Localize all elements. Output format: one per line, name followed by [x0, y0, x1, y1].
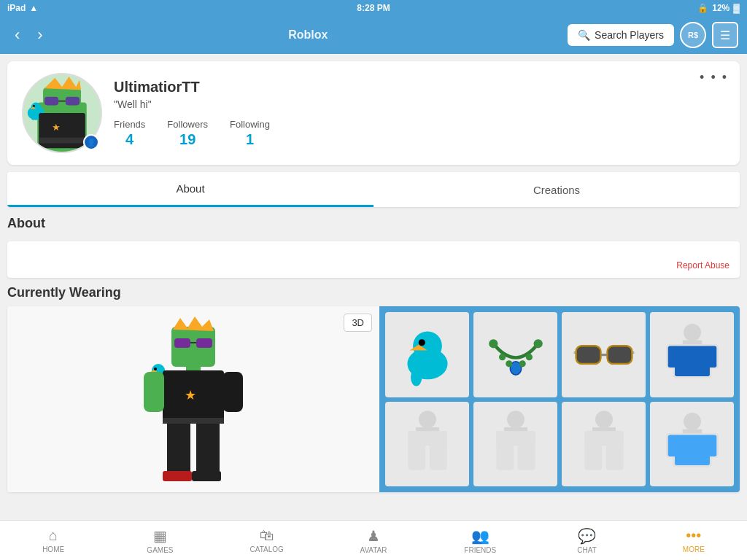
- item-pants-3[interactable]: [562, 402, 646, 487]
- nav-friends[interactable]: 👥 FRIENDS: [427, 521, 533, 560]
- search-icon: 🔍: [578, 29, 590, 41]
- more-icon: •••: [686, 527, 701, 544]
- svg-rect-28: [167, 420, 190, 475]
- svg-rect-17: [196, 338, 212, 348]
- wifi-icon: ▲: [29, 3, 38, 13]
- svg-point-45: [525, 354, 532, 360]
- svg-rect-13: [39, 138, 85, 144]
- friends-label: Friends: [114, 119, 145, 130]
- svg-rect-31: [192, 471, 221, 481]
- nav-catalog[interactable]: 🛍 CATALOG: [214, 521, 320, 560]
- svg-point-37: [411, 368, 422, 386]
- friends-stat: Friends 4: [114, 119, 145, 148]
- profile-bio: "Well hi": [114, 98, 725, 110]
- item-pants-1[interactable]: [385, 402, 469, 487]
- svg-rect-81: [675, 435, 710, 465]
- svg-rect-65: [408, 431, 446, 446]
- chat-label: CHAT: [577, 546, 596, 554]
- wearing-section: Currently Wearing 3D: [0, 278, 747, 497]
- profile-card: • • •: [7, 61, 740, 165]
- svg-point-36: [418, 339, 425, 346]
- avatar-label: AVATAR: [360, 546, 387, 554]
- forward-button[interactable]: ›: [31, 23, 48, 47]
- main-content: • • •: [0, 54, 747, 520]
- item-pants-2[interactable]: [473, 402, 557, 487]
- svg-rect-3: [44, 97, 58, 106]
- about-section: About: [0, 207, 747, 241]
- menu-button[interactable]: ☰: [712, 22, 738, 48]
- nav-more[interactable]: ••• MORE: [640, 521, 747, 560]
- home-label: HOME: [42, 545, 64, 553]
- svg-rect-82: [667, 435, 677, 456]
- svg-rect-29: [196, 420, 220, 475]
- svg-rect-26: [144, 372, 164, 412]
- avatar-3d-display: 3D: [7, 306, 379, 492]
- following-stat: Following 1: [230, 119, 270, 148]
- svg-rect-32: [163, 418, 224, 424]
- chat-icon: 💬: [578, 527, 596, 545]
- followers-value[interactable]: 19: [167, 131, 208, 148]
- svg-point-43: [506, 360, 512, 367]
- friends-icon: 👥: [471, 527, 489, 545]
- nav-games[interactable]: ▦ GAMES: [107, 521, 213, 560]
- item-necklace[interactable]: [473, 312, 557, 397]
- item-bird[interactable]: [385, 312, 469, 397]
- svg-rect-70: [496, 431, 535, 446]
- online-badge: 👤: [83, 134, 99, 150]
- nav-home[interactable]: ⌂ HOME: [0, 521, 107, 560]
- tab-about[interactable]: About: [7, 172, 374, 207]
- lock-icon: 🔒: [697, 3, 708, 13]
- item-sunglasses[interactable]: [562, 312, 646, 397]
- svg-point-10: [31, 113, 36, 120]
- svg-point-61: [419, 411, 436, 428]
- item-shirt-2[interactable]: [650, 402, 734, 487]
- avatar-container: ★ 👤: [22, 73, 102, 153]
- svg-point-44: [519, 360, 525, 367]
- nav-avatar[interactable]: ♟ AVATAR: [320, 521, 427, 560]
- svg-rect-58: [675, 346, 710, 376]
- items-grid: [379, 306, 740, 492]
- svg-point-22: [154, 368, 157, 370]
- friends-label: FRIENDS: [464, 546, 496, 554]
- back-button[interactable]: ‹: [9, 23, 26, 47]
- item-shirt-1[interactable]: [650, 312, 734, 397]
- svg-text:★: ★: [185, 388, 196, 402]
- device-label: iPad: [7, 3, 26, 13]
- profile-info: UltimatiorTT "Well hi" Friends 4 Followe…: [114, 73, 725, 148]
- hamburger-icon: ☰: [720, 28, 730, 42]
- svg-point-9: [33, 105, 35, 107]
- battery-label: 12%: [712, 3, 729, 13]
- robux-button[interactable]: R$: [680, 22, 706, 48]
- profile-options-dots[interactable]: • • •: [700, 70, 728, 85]
- svg-rect-83: [706, 435, 716, 456]
- avatar-icon: ♟: [367, 527, 380, 545]
- svg-rect-16: [174, 338, 190, 348]
- svg-marker-15: [173, 316, 214, 331]
- svg-point-71: [595, 411, 613, 428]
- page-title: Roblox: [288, 28, 328, 41]
- svg-rect-47: [607, 346, 632, 364]
- tab-creations[interactable]: Creations: [374, 172, 740, 207]
- svg-rect-4: [66, 97, 80, 106]
- 3d-button[interactable]: 3D: [344, 314, 372, 332]
- svg-marker-2: [44, 77, 81, 90]
- report-abuse-link[interactable]: Report Abuse: [676, 260, 729, 271]
- status-bar: iPad ▲ 8:28 PM 🔒 12% ▓: [0, 0, 747, 16]
- games-icon: ▦: [153, 527, 167, 545]
- friends-value[interactable]: 4: [114, 131, 145, 148]
- search-players-button[interactable]: 🔍 Search Players: [568, 24, 674, 46]
- svg-point-76: [684, 413, 701, 430]
- svg-rect-30: [163, 471, 192, 481]
- nav-chat[interactable]: 💬 CHAT: [533, 521, 640, 560]
- stats-row: Friends 4 Followers 19 Following 1: [114, 119, 725, 148]
- wearing-title: Currently Wearing: [7, 285, 740, 300]
- followers-stat: Followers 19: [167, 119, 208, 148]
- home-icon: ⌂: [49, 527, 58, 544]
- followers-label: Followers: [167, 119, 208, 130]
- svg-point-39: [533, 339, 542, 348]
- svg-rect-60: [706, 346, 716, 367]
- more-label: MORE: [683, 545, 705, 553]
- games-label: GAMES: [147, 546, 173, 554]
- catalog-icon: 🛍: [260, 527, 274, 544]
- following-value[interactable]: 1: [230, 131, 270, 148]
